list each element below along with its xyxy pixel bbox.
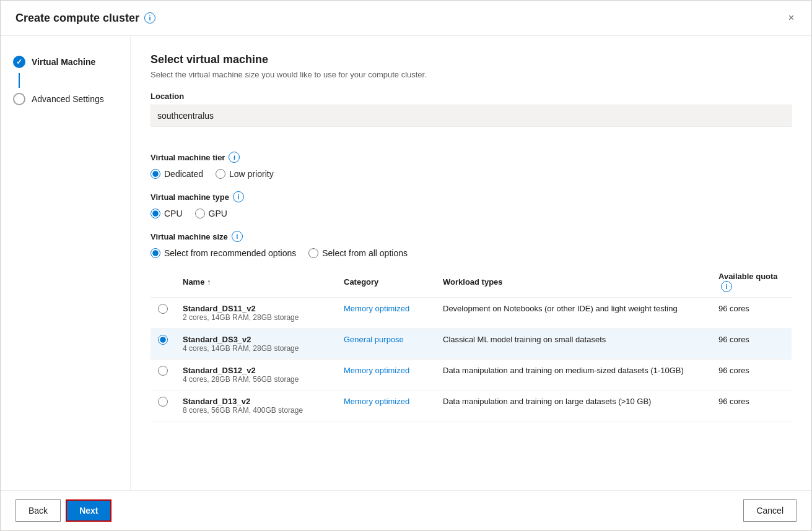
vm-name-cell: Standard_DS3_v24 cores, 14GB RAM, 28GB s… <box>175 329 336 360</box>
vm-row-radio[interactable] <box>158 335 168 345</box>
back-button[interactable]: Back <box>15 499 61 522</box>
size-all-label: Select from all options <box>322 248 408 258</box>
category-link[interactable]: Memory optimized <box>344 366 409 375</box>
type-radio-group: CPU GPU <box>151 209 792 218</box>
tier-info-icon[interactable]: i <box>229 152 240 163</box>
type-gpu-radio[interactable] <box>195 209 205 218</box>
vm-workload-text: Data manipulation and training on medium… <box>443 366 684 375</box>
size-recommended-radio[interactable] <box>151 248 160 258</box>
row-select-cell[interactable] <box>151 391 175 421</box>
row-select-cell[interactable] <box>151 360 175 391</box>
dialog-close-button[interactable]: × <box>786 11 797 25</box>
next-button[interactable]: Next <box>66 499 111 522</box>
table-row[interactable]: Standard_D13_v28 cores, 56GB RAM, 400GB … <box>151 391 792 421</box>
tier-dedicated-radio[interactable] <box>151 169 160 179</box>
row-select-cell[interactable] <box>151 329 175 360</box>
vm-quota-cell: 96 cores <box>711 391 792 421</box>
type-info-icon[interactable]: i <box>233 191 244 202</box>
sidebar: ✓ Virtual Machine Advanced Settings <box>1 36 131 490</box>
tier-label: Virtual machine tier <box>151 153 225 162</box>
sidebar-item-virtual-machine[interactable]: ✓ Virtual Machine <box>11 51 120 73</box>
tier-low-priority-radio[interactable] <box>216 169 225 179</box>
vm-name-cell: Standard_DS12_v24 cores, 28GB RAM, 56GB … <box>175 360 336 391</box>
type-label: Virtual machine type <box>151 192 229 202</box>
vm-name: Standard_D13_v2 <box>183 397 329 406</box>
tier-dedicated-option[interactable]: Dedicated <box>151 169 203 179</box>
cancel-button[interactable]: Cancel <box>743 499 797 522</box>
vm-name-cell: Standard_DS11_v22 cores, 14GB RAM, 28GB … <box>175 298 336 329</box>
section-title: Select virtual machine <box>151 53 792 66</box>
col-header-select <box>151 267 175 298</box>
tier-dedicated-label: Dedicated <box>164 169 203 179</box>
table-row[interactable]: Standard_DS11_v22 cores, 14GB RAM, 28GB … <box>151 298 792 329</box>
vm-workload-cell: Development on Notebooks (or other IDE) … <box>435 298 711 329</box>
sidebar-item-virtual-machine-label: Virtual Machine <box>32 57 95 67</box>
vm-name: Standard_DS12_v2 <box>183 366 329 375</box>
col-header-name[interactable]: Name ↑ <box>175 267 336 298</box>
col-header-workload: Workload types <box>435 267 711 298</box>
vm-workload-text: Development on Notebooks (or other IDE) … <box>443 304 678 313</box>
vm-quota-text: 96 cores <box>718 366 749 375</box>
vm-workload-cell: Data manipulation and training on large … <box>435 391 711 421</box>
size-info-icon[interactable]: i <box>232 231 243 242</box>
category-link[interactable]: Memory optimized <box>344 397 409 406</box>
vm-name: Standard_DS11_v2 <box>183 304 329 313</box>
vm-quota-text: 96 cores <box>718 335 749 344</box>
vm-specs: 4 cores, 14GB RAM, 28GB storage <box>183 344 329 353</box>
dialog-info-icon[interactable]: i <box>144 12 155 24</box>
size-label-row: Virtual machine size i <box>151 231 792 242</box>
type-section: Virtual machine type i CPU GPU <box>151 191 792 218</box>
table-row[interactable]: Standard_DS12_v24 cores, 28GB RAM, 56GB … <box>151 360 792 391</box>
vm-category-cell[interactable]: Memory optimized <box>336 391 435 421</box>
size-all-option[interactable]: Select from all options <box>308 248 408 258</box>
vm-workload-cell: Classical ML model training on small dat… <box>435 329 711 360</box>
section-subtitle: Select the virtual machine size you woul… <box>151 70 792 79</box>
vm-specs: 4 cores, 28GB RAM, 56GB storage <box>183 375 329 384</box>
location-label: Location <box>151 92 792 101</box>
col-header-category: Category <box>336 267 435 298</box>
vm-quota-cell: 96 cores <box>711 360 792 391</box>
vm-table: Name ↑ Category Workload types Available… <box>151 267 792 421</box>
tier-low-priority-label: Low priority <box>229 169 274 179</box>
sidebar-connector <box>19 73 20 88</box>
quota-info-icon[interactable]: i <box>721 281 732 292</box>
vm-quota-text: 96 cores <box>718 397 749 406</box>
location-section: Location <box>151 92 792 139</box>
tier-radio-group: Dedicated Low priority <box>151 169 792 179</box>
type-label-row: Virtual machine type i <box>151 191 792 202</box>
vm-workload-text: Data manipulation and training on large … <box>443 397 651 406</box>
vm-row-radio[interactable] <box>158 366 168 376</box>
category-link[interactable]: General purpose <box>344 335 404 344</box>
tier-label-row: Virtual machine tier i <box>151 152 792 163</box>
size-all-radio[interactable] <box>308 248 318 258</box>
vm-row-radio[interactable] <box>158 304 168 314</box>
location-input[interactable] <box>151 105 792 127</box>
virtual-machine-check-icon: ✓ <box>13 56 25 68</box>
row-select-cell[interactable] <box>151 298 175 329</box>
vm-category-cell[interactable]: Memory optimized <box>336 298 435 329</box>
size-recommended-label: Select from recommended options <box>164 248 296 258</box>
type-cpu-label: CPU <box>164 209 183 218</box>
vm-quota-cell: 96 cores <box>711 298 792 329</box>
advanced-settings-circle-icon <box>13 93 25 105</box>
type-gpu-option[interactable]: GPU <box>195 209 227 218</box>
sidebar-item-advanced-settings-label: Advanced Settings <box>32 94 104 104</box>
main-content: Select virtual machine Select the virtua… <box>131 36 811 490</box>
vm-name: Standard_DS3_v2 <box>183 335 329 344</box>
vm-category-cell[interactable]: Memory optimized <box>336 360 435 391</box>
type-cpu-option[interactable]: CPU <box>151 209 183 218</box>
vm-quota-text: 96 cores <box>718 304 749 313</box>
type-cpu-radio[interactable] <box>151 209 160 218</box>
dialog-title-area: Create compute cluster i <box>15 12 155 25</box>
table-row[interactable]: Standard_DS3_v24 cores, 14GB RAM, 28GB s… <box>151 329 792 360</box>
vm-category-cell[interactable]: General purpose <box>336 329 435 360</box>
dialog-body: ✓ Virtual Machine Advanced Settings Sele… <box>1 36 811 490</box>
size-radio-group: Select from recommended options Select f… <box>151 248 792 258</box>
dialog-footer: Back Next Cancel <box>1 490 811 530</box>
vm-workload-text: Classical ML model training on small dat… <box>443 335 606 344</box>
vm-row-radio[interactable] <box>158 397 168 407</box>
tier-low-priority-option[interactable]: Low priority <box>216 169 274 179</box>
sidebar-item-advanced-settings[interactable]: Advanced Settings <box>11 88 120 110</box>
size-recommended-option[interactable]: Select from recommended options <box>151 248 296 258</box>
category-link[interactable]: Memory optimized <box>344 304 409 313</box>
